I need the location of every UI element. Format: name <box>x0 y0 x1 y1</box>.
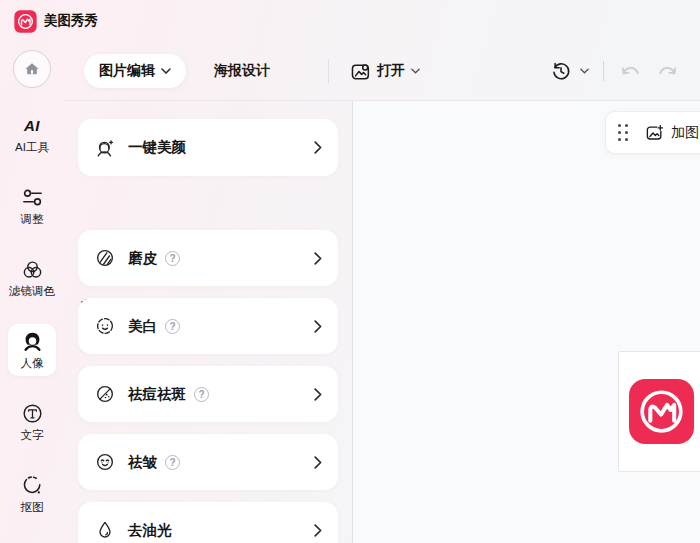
help-icon[interactable]: ? <box>194 387 209 402</box>
home-icon <box>21 58 43 80</box>
sidebar-item-label: AI工具 <box>15 140 49 155</box>
sliders-icon <box>21 185 44 209</box>
content-area: 一键美颜 皮肤精修 磨皮 ? <box>64 100 700 543</box>
add-image-button[interactable]: 加图 <box>645 123 699 143</box>
portrait-icon <box>21 329 44 353</box>
droplet-icon <box>94 519 116 541</box>
tab-label: 图片编辑 <box>99 62 155 80</box>
tool-card-whitening[interactable]: 美白 ? <box>78 298 338 354</box>
tool-card-deoil[interactable]: 去油光 <box>78 502 338 543</box>
redo-button[interactable] <box>656 63 678 79</box>
sidebar-item-label: 调整 <box>21 212 44 227</box>
chevron-right-icon <box>314 252 322 265</box>
meitu-logo-icon <box>14 10 37 33</box>
help-icon[interactable]: ? <box>165 455 180 470</box>
open-image-icon <box>350 61 371 82</box>
sidebar-item-ai-tools[interactable]: AI AI工具 <box>8 108 56 160</box>
card-label: 美白 <box>128 317 157 336</box>
chevron-right-icon <box>314 456 322 469</box>
tools-panel: 一键美颜 皮肤精修 磨皮 ? <box>64 101 352 543</box>
add-image-icon <box>645 123 665 143</box>
help-icon[interactable]: ? <box>165 319 180 334</box>
divider <box>603 61 604 81</box>
home-button[interactable] <box>13 50 51 88</box>
tool-card-acne-removal[interactable]: 祛痘祛斑 ? <box>78 366 338 422</box>
chevron-down-icon <box>411 68 420 74</box>
acne-spot-icon <box>94 383 116 405</box>
tool-card-smooth-skin[interactable]: 磨皮 ? <box>78 230 338 286</box>
meitu-logo-image <box>629 379 694 444</box>
wrinkle-face-icon <box>94 451 116 473</box>
open-button[interactable]: 打开 <box>350 61 420 82</box>
smooth-skin-icon <box>94 247 116 269</box>
card-label: 祛痘祛斑 <box>128 385 186 404</box>
whitening-face-icon <box>94 315 116 337</box>
open-label: 打开 <box>377 62 405 80</box>
sidebar-item-text[interactable]: 文字 <box>8 396 56 448</box>
app-title: 美图秀秀 <box>44 12 98 30</box>
chevron-right-icon <box>314 141 322 154</box>
sidebar-item-filters[interactable]: 滤镜调色 <box>8 252 56 304</box>
help-icon[interactable]: ? <box>165 251 180 266</box>
floating-image-card[interactable] <box>618 351 700 472</box>
card-label: 祛皱 <box>128 453 157 472</box>
card-label: 磨皮 <box>128 249 157 268</box>
beauty-face-icon <box>94 137 116 159</box>
undo-button[interactable] <box>620 63 642 79</box>
chevron-right-icon <box>314 388 322 401</box>
one-key-beauty-card[interactable]: 一键美颜 <box>78 119 338 176</box>
divider <box>328 59 329 83</box>
chevron-right-icon <box>314 524 322 537</box>
card-label: 一键美颜 <box>128 138 186 157</box>
text-circle-icon <box>21 401 44 425</box>
sidebar-item-adjust[interactable]: 调整 <box>8 180 56 232</box>
sidebar-item-portrait[interactable]: 人像 <box>8 324 56 376</box>
sidebar-item-label: 文字 <box>21 428 44 443</box>
tab-image-edit[interactable]: 图片编辑 <box>84 54 186 88</box>
tabs-toolbar: 图片编辑 海报设计 打开 <box>64 42 700 100</box>
sidebar-item-label: 滤镜调色 <box>9 284 55 299</box>
add-image-toolbar: 加图 <box>605 111 700 154</box>
history-icon <box>550 60 572 82</box>
chevron-right-icon <box>314 320 322 333</box>
add-image-label: 加图 <box>671 124 699 142</box>
ai-tools-icon: AI <box>24 113 40 137</box>
tab-label: 海报设计 <box>214 62 270 78</box>
sidebar-item-label: 人像 <box>21 356 44 371</box>
canvas[interactable]: 加图 <box>352 101 700 543</box>
sidebar-item-cutout[interactable]: 抠图 <box>8 468 56 520</box>
card-label: 去油光 <box>128 521 172 540</box>
history-button[interactable] <box>550 60 589 82</box>
topbar: 美图秀秀 <box>0 0 700 42</box>
chevron-down-icon <box>161 68 171 74</box>
venn-circles-icon <box>21 257 44 281</box>
cutout-lasso-icon <box>21 473 44 497</box>
sidebar-item-label: 抠图 <box>21 500 44 515</box>
sidebar: AI AI工具 调整 滤镜调色 人像 <box>0 42 64 543</box>
tab-poster-design[interactable]: 海报设计 <box>214 62 270 80</box>
drag-handle-icon[interactable] <box>618 124 629 142</box>
tool-card-wrinkle-removal[interactable]: 祛皱 ? <box>78 434 338 490</box>
chevron-down-icon <box>580 68 589 74</box>
